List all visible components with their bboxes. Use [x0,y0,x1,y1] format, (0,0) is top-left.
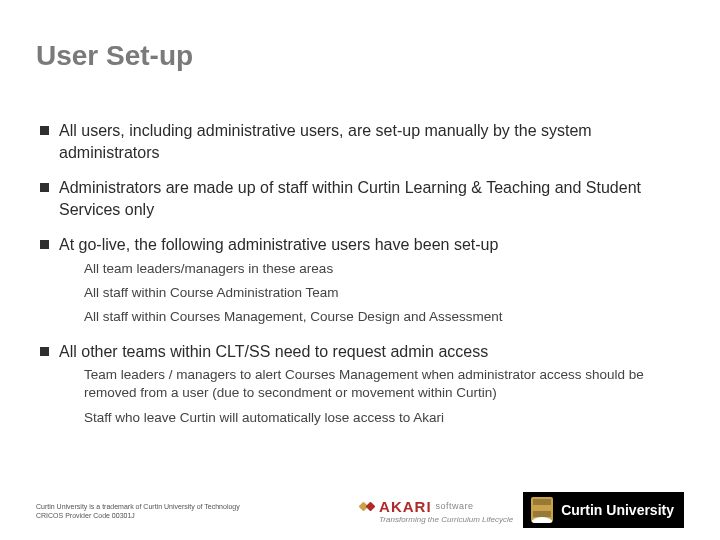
slide-content: All users, including administrative user… [36,120,684,427]
slide: User Set-up All users, including adminis… [0,0,720,540]
bullet-icon [40,126,49,135]
footer-logos: AKARI software Transforming the Curricul… [357,492,684,528]
bullet-text: Administrators are made up of staff with… [59,177,684,220]
sub-bullet-group: Team leaders / managers to alert Courses… [84,366,684,427]
akari-name: AKARI [379,499,432,514]
slide-footer: Curtin University is a trademark of Curt… [36,480,684,520]
trademark-text: Curtin University is a trademark of Curt… [36,502,240,511]
sub-bullet-text: All staff within Courses Management, Cou… [84,308,684,326]
bullet-text: All users, including administrative user… [59,120,684,163]
curtin-name: Curtin University [561,502,674,518]
bullet-icon [40,347,49,356]
sub-bullet-text: Staff who leave Curtin will automaticall… [84,409,684,427]
curtin-logo: Curtin University [523,492,684,528]
bullet-item: Administrators are made up of staff with… [40,177,684,220]
bullet-item: All users, including administrative user… [40,120,684,163]
sub-bullet-text: All team leaders/managers in these areas [84,260,684,278]
bullet-icon [40,240,49,249]
sub-bullet-group: All team leaders/managers in these areas… [84,260,684,327]
akari-icon [357,497,377,517]
akari-software-label: software [436,502,474,511]
bullet-item: All other teams within CLT/SS need to re… [40,341,684,363]
shield-icon [531,497,553,523]
footer-fineprint: Curtin University is a trademark of Curt… [36,502,240,520]
sub-bullet-text: Team leaders / managers to alert Courses… [84,366,684,402]
akari-tagline: Transforming the Curriculum Lifecycle [379,516,513,524]
bullet-icon [40,183,49,192]
bullet-text: At go-live, the following administrative… [59,234,498,256]
bullet-text: All other teams within CLT/SS need to re… [59,341,488,363]
slide-title: User Set-up [36,40,684,72]
sub-bullet-text: All staff within Course Administration T… [84,284,684,302]
bullet-item: At go-live, the following administrative… [40,234,684,256]
cricos-text: CRICOS Provider Code 00301J [36,511,240,520]
akari-logo: AKARI software Transforming the Curricul… [357,497,513,524]
